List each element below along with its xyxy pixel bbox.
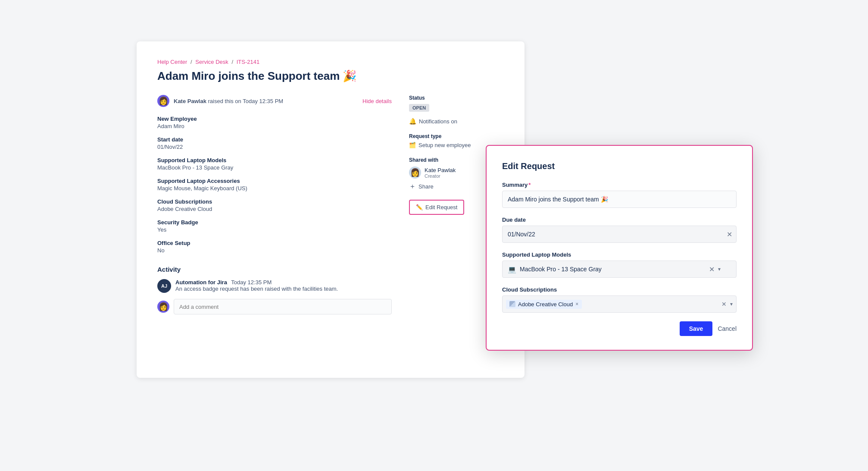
commenter-avatar: 👩 — [157, 301, 169, 313]
requester-info: 👩 Kate Pawlak raised this on Today 12:35… — [157, 95, 283, 107]
form-group-due-date: Due date ✕ — [502, 217, 737, 243]
breadcrumb-service-desk[interactable]: Service Desk — [195, 59, 228, 65]
ticket-detail-card: Help Center / Service Desk / ITS-2141 Ad… — [137, 41, 525, 378]
cloud-subscriptions-select-wrap: Adobe Creative Cloud × ✕ ▾ — [502, 295, 737, 313]
cancel-button[interactable]: Cancel — [718, 325, 737, 332]
due-date-label: Due date — [502, 217, 737, 223]
field-new-employee: New Employee Adam Miro — [157, 116, 392, 129]
clear-date-icon[interactable]: ✕ — [727, 230, 732, 239]
summary-input[interactable] — [502, 191, 737, 208]
activity-section: Activity AJ Automation for Jira Today 12… — [157, 266, 392, 314]
pencil-icon: ✏️ — [416, 204, 423, 210]
cloud-chevron-icon: ▾ — [730, 301, 733, 307]
date-input-wrap: ✕ — [502, 226, 737, 243]
laptop-models-select[interactable]: 💻 MacBook Pro - 13 Space Gray ✕ ▾ — [502, 261, 737, 278]
cloud-subscriptions-label: Cloud Subscriptions — [502, 286, 737, 293]
cloud-tag-icon — [509, 301, 515, 307]
laptop-models-select-wrap: 💻 MacBook Pro - 13 Space Gray ✕ ▾ — [502, 261, 737, 278]
form-group-summary: Summary* — [502, 182, 737, 208]
field-start-date: Start date 01/Nov/22 — [157, 136, 392, 150]
edit-request-modal: Edit Request Summary* Due date ✕ Support… — [486, 145, 753, 351]
clear-cloud-icon[interactable]: ✕ — [721, 301, 727, 308]
bell-icon: 🔔 — [409, 118, 416, 125]
automation-avatar: AJ — [157, 279, 171, 293]
edit-request-button-secondary[interactable]: ✏️ Edit Request — [409, 200, 464, 215]
shared-avatar: 👩 — [409, 166, 421, 179]
hide-details-link[interactable]: Hide details — [362, 98, 392, 104]
remove-cloud-tag-button[interactable]: × — [575, 301, 578, 307]
field-laptop-models: Supported Laptop Models MacBook Pro - 13… — [157, 157, 392, 171]
modal-title: Edit Request — [502, 161, 737, 171]
comment-input[interactable] — [174, 299, 392, 314]
plus-icon: ＋ — [409, 182, 416, 191]
breadcrumb: Help Center / Service Desk / ITS-2141 — [157, 59, 504, 65]
laptop-models-label: Supported Laptop Models — [502, 251, 737, 258]
summary-label: Summary* — [502, 182, 737, 188]
cloud-tag: Adobe Creative Cloud × — [506, 300, 582, 309]
field-security-badge: Security Badge Yes — [157, 219, 392, 233]
activity-item: AJ Automation for Jira Today 12:35 PM An… — [157, 279, 392, 293]
request-type-icon: 🗂️ — [409, 142, 416, 148]
cloud-subscriptions-select[interactable]: Adobe Creative Cloud × ✕ ▾ — [502, 295, 737, 313]
notifications-row: 🔔 Notifications on — [409, 118, 504, 125]
status-badge: OPEN — [409, 104, 429, 112]
save-button[interactable]: Save — [680, 321, 713, 336]
chevron-down-icon: ▾ — [718, 266, 721, 272]
field-cloud-subscriptions: Cloud Subscriptions Adobe Creative Cloud — [157, 198, 392, 212]
requester-name: Kate Pawlak raised this on Today 12:35 P… — [174, 98, 283, 104]
form-group-cloud-subscriptions: Cloud Subscriptions Adobe Creative Cloud… — [502, 286, 737, 313]
field-laptop-accessories: Supported Laptop Accessories Magic Mouse… — [157, 178, 392, 192]
clear-laptop-icon[interactable]: ✕ — [709, 265, 715, 273]
page-title: Adam Miro joins the Support team 🎉 — [157, 69, 504, 83]
breadcrumb-ticket-id[interactable]: ITS-2141 — [237, 59, 259, 65]
field-office-setup: Office Setup No — [157, 240, 392, 254]
due-date-input[interactable] — [502, 226, 737, 243]
modal-actions: Save Cancel — [502, 321, 737, 336]
comment-row: 👩 — [157, 299, 392, 314]
form-group-laptop-models: Supported Laptop Models 💻 MacBook Pro - … — [502, 251, 737, 278]
breadcrumb-help-center[interactable]: Help Center — [157, 59, 187, 65]
laptop-icon: 💻 — [508, 265, 516, 273]
requester-row: 👩 Kate Pawlak raised this on Today 12:35… — [157, 95, 392, 107]
requester-avatar: 👩 — [157, 95, 169, 107]
